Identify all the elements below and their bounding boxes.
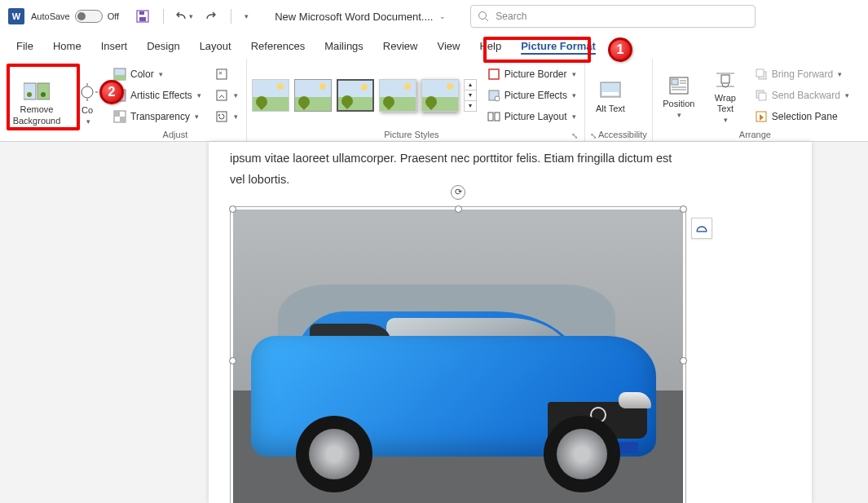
svg-rect-5: [24, 83, 36, 99]
chevron-down-icon: ▾: [838, 70, 842, 78]
qat-customize-icon[interactable]: ▾: [245, 12, 249, 20]
style-thumb-1[interactable]: [252, 79, 289, 112]
svg-rect-22: [217, 112, 227, 121]
corrections-label-trunc: Co: [82, 105, 93, 116]
svg-point-3: [479, 12, 487, 20]
tab-help[interactable]: Help: [471, 35, 509, 57]
tab-design[interactable]: Design: [139, 35, 187, 57]
body-text-line: ipsum vitae laoreet ullamcorper. Praesen…: [230, 150, 791, 166]
svg-rect-16: [114, 90, 126, 101]
picture-effects-button[interactable]: Picture Effects▾: [483, 86, 579, 104]
tab-layout[interactable]: Layout: [192, 35, 240, 57]
color-button[interactable]: Color▾: [109, 65, 205, 83]
tab-mailings[interactable]: Mailings: [316, 35, 372, 57]
accessibility-group-label: Accessibility: [598, 128, 647, 141]
redo-button[interactable]: [201, 7, 219, 25]
tab-picture-format[interactable]: Picture Format: [513, 35, 604, 57]
chevron-down-icon: ▾: [159, 70, 163, 78]
chevron-down-icon: ▾: [845, 91, 849, 99]
adjust-group-label: Adjust: [109, 128, 241, 141]
chevron-down-icon: ▾: [572, 113, 576, 121]
picture-border-icon: [487, 67, 501, 82]
svg-rect-15: [114, 75, 126, 80]
separator: [163, 9, 164, 24]
compress-icon: [214, 67, 229, 82]
quick-access-toolbar: ▾ ▾: [134, 7, 249, 25]
reset-picture-icon: [214, 109, 229, 124]
transparency-button[interactable]: Transparency▾: [109, 108, 205, 126]
style-thumb-5[interactable]: [421, 79, 459, 112]
artistic-effects-button[interactable]: Artistic Effects▾: [109, 86, 205, 104]
chevron-down-icon: ⌄: [439, 12, 446, 20]
gallery-scroll[interactable]: ▴ ▾ ▾: [464, 79, 477, 112]
reset-picture-button[interactable]: ▾: [211, 108, 241, 126]
doc-name: New Microsoft Word Document....: [275, 11, 433, 23]
svg-rect-27: [495, 113, 500, 121]
gallery-down-icon[interactable]: ▾: [465, 90, 476, 101]
title-bar: W AutoSave Off ▾ ▾ New Microsoft Word Do…: [0, 0, 868, 33]
remove-background-icon: [24, 80, 50, 103]
picture-border-button[interactable]: Picture Border▾: [483, 65, 579, 83]
svg-rect-36: [721, 75, 729, 83]
tab-view[interactable]: View: [429, 35, 468, 57]
corrections-button[interactable]: Co ▾: [75, 62, 99, 141]
autosave-state: Off: [108, 11, 119, 21]
svg-rect-18: [114, 111, 120, 117]
chevron-down-icon: ▾: [677, 111, 681, 120]
toggle-off-icon[interactable]: [75, 10, 103, 23]
picture-car: [233, 210, 683, 503]
style-thumb-2[interactable]: [294, 79, 332, 112]
send-backward-button[interactable]: Send Backward▾: [751, 86, 853, 104]
wrap-text-button[interactable]: Wrap Text ▾: [707, 62, 744, 128]
compress-pictures-button[interactable]: [211, 65, 241, 83]
document-page[interactable]: ipsum vitae laoreet ullamcorper. Praesen…: [209, 142, 812, 503]
remove-background-label: Remove Background: [5, 104, 68, 126]
wrap-text-icon: [712, 68, 738, 91]
autosave-label: AutoSave: [31, 11, 70, 21]
gallery-more-icon[interactable]: ▾: [465, 101, 476, 111]
remove-background-button[interactable]: Remove Background: [5, 62, 68, 141]
tab-review[interactable]: Review: [375, 35, 426, 57]
resize-handle-e[interactable]: [680, 357, 687, 364]
tab-insert[interactable]: Insert: [93, 35, 136, 57]
document-area: ipsum vitae laoreet ullamcorper. Praesen…: [0, 142, 868, 503]
tab-file[interactable]: File: [8, 35, 42, 57]
chevron-down-icon: ▾: [234, 113, 238, 121]
picture-layout-button[interactable]: Picture Layout▾: [483, 108, 579, 126]
selected-picture[interactable]: ⟳: [233, 210, 683, 503]
layout-options-button[interactable]: [691, 218, 712, 239]
search-box[interactable]: Search: [470, 5, 756, 28]
dialog-launcher-icon[interactable]: ⤡: [590, 131, 597, 140]
picture-layout-icon: [487, 109, 501, 124]
save-button[interactable]: [134, 7, 152, 25]
autosave-toggle[interactable]: AutoSave Off: [31, 10, 119, 23]
resize-handle-nw[interactable]: [229, 205, 236, 213]
position-icon: [666, 74, 692, 97]
style-thumb-3[interactable]: [337, 79, 374, 112]
undo-button[interactable]: ▾: [175, 7, 193, 25]
style-thumb-4[interactable]: [379, 79, 416, 112]
dialog-launcher-icon[interactable]: ⤡: [571, 131, 578, 140]
corrections-icon: [74, 81, 100, 104]
alt-text-button[interactable]: Alt Text: [590, 62, 631, 128]
svg-point-9: [82, 86, 93, 98]
body-text-line: vel lobortis.: [230, 171, 791, 188]
picture-styles-gallery[interactable]: ▴ ▾ ▾: [252, 62, 477, 128]
change-picture-button[interactable]: ▾: [211, 86, 241, 104]
rotate-handle[interactable]: ⟳: [451, 185, 465, 200]
selection-pane-button[interactable]: Selection Pane: [751, 108, 853, 126]
tab-references[interactable]: References: [243, 35, 313, 57]
chevron-down-icon: ▾: [724, 116, 728, 125]
chevron-down-icon: ▾: [234, 91, 238, 99]
tab-home[interactable]: Home: [45, 35, 90, 57]
bring-forward-button[interactable]: Bring Forward▾: [751, 65, 853, 83]
svg-point-25: [495, 96, 500, 101]
position-button[interactable]: Position ▾: [658, 62, 700, 128]
document-title[interactable]: New Microsoft Word Document.... ⌄: [275, 11, 446, 23]
gallery-up-icon[interactable]: ▴: [465, 80, 476, 90]
search-icon: [478, 11, 489, 22]
resize-handle-ne[interactable]: [680, 205, 687, 213]
artistic-effects-icon: [112, 88, 127, 103]
resize-handle-w[interactable]: [229, 357, 236, 364]
resize-handle-n[interactable]: [455, 205, 462, 213]
